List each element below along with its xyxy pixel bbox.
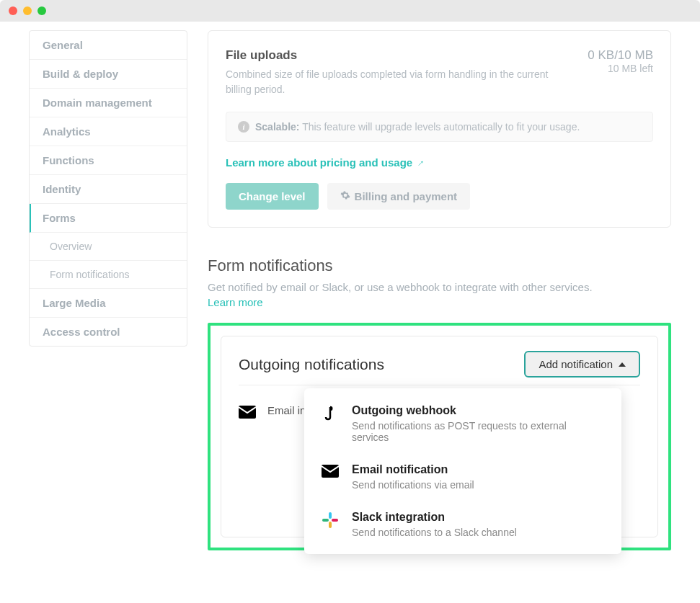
learn-pricing-link[interactable]: Learn more about pricing and usage → bbox=[226, 156, 425, 169]
dropdown-email-title: Email notification bbox=[352, 463, 474, 476]
highlight-box: Outgoing notifications Add notification … bbox=[208, 323, 671, 550]
sidebar-item-analytics[interactable]: Analytics bbox=[30, 117, 187, 146]
minimize-window-button[interactable] bbox=[23, 6, 32, 15]
sidebar-item-domain-management[interactable]: Domain management bbox=[30, 89, 187, 117]
file-uploads-desc: Combined size of file uploads completed … bbox=[226, 67, 557, 97]
chevron-up-icon bbox=[619, 362, 626, 367]
sidebar-item-build-deploy[interactable]: Build & deploy bbox=[30, 60, 187, 89]
info-icon: i bbox=[238, 121, 249, 133]
dropdown-slack-title: Slack integration bbox=[352, 511, 517, 524]
email-icon bbox=[322, 465, 339, 478]
sidebar: General Build & deploy Domain management… bbox=[0, 22, 187, 550]
dropdown-webhook-desc: Send notifications as POST requests to e… bbox=[352, 420, 604, 443]
gear-icon bbox=[340, 190, 350, 202]
form-notifications-title: Form notifications bbox=[208, 256, 671, 275]
sidebar-item-large-media[interactable]: Large Media bbox=[30, 289, 187, 318]
svg-rect-4 bbox=[329, 522, 332, 528]
outgoing-notifications-title: Outgoing notifications bbox=[239, 356, 384, 373]
dropdown-webhook-title: Outgoing webhook bbox=[352, 404, 604, 417]
sidebar-item-forms[interactable]: Forms bbox=[30, 204, 187, 233]
sidebar-item-general[interactable]: General bbox=[30, 31, 187, 60]
dropdown-item-webhook[interactable]: Outgoing webhook Send notifications as P… bbox=[304, 394, 621, 453]
close-window-button[interactable] bbox=[9, 6, 17, 15]
slack-icon bbox=[322, 512, 339, 528]
main-content: File uploads Combined size of file uploa… bbox=[187, 22, 700, 550]
outgoing-notifications-card: Outgoing notifications Add notification … bbox=[221, 336, 658, 537]
usage-sub: 10 MB left bbox=[588, 63, 653, 74]
dropdown-email-desc: Send notifications via email bbox=[352, 479, 474, 491]
sidebar-item-access-control[interactable]: Access control bbox=[30, 318, 187, 346]
file-uploads-title: File uploads bbox=[226, 48, 557, 63]
add-notification-dropdown: Outgoing webhook Send notifications as P… bbox=[304, 388, 621, 554]
dropdown-item-slack[interactable]: Slack integration Send notifications to … bbox=[304, 501, 621, 548]
sidebar-sub-form-notifications[interactable]: Form notifications bbox=[30, 261, 187, 289]
learn-pricing-text: Learn more about pricing and usage bbox=[226, 156, 412, 169]
scalable-desc: This feature will upgrade levels automat… bbox=[302, 121, 580, 133]
usage-stats: 0 KB/10 MB 10 MB left bbox=[588, 48, 653, 97]
dropdown-slack-desc: Send notifications to a Slack channel bbox=[352, 527, 517, 538]
add-notification-label: Add notification bbox=[539, 358, 613, 370]
sidebar-item-functions[interactable]: Functions bbox=[30, 146, 187, 175]
file-uploads-card: File uploads Combined size of file uploa… bbox=[208, 30, 671, 228]
add-notification-button[interactable]: Add notification bbox=[524, 351, 640, 378]
svg-rect-2 bbox=[329, 512, 332, 519]
scalable-label: Scalable: bbox=[255, 121, 299, 133]
dropdown-item-email[interactable]: Email notification Send notifications vi… bbox=[304, 453, 621, 501]
learn-more-link[interactable]: Learn more bbox=[208, 296, 263, 308]
window-chrome bbox=[0, 0, 700, 22]
external-link-icon: → bbox=[413, 155, 428, 170]
scalable-info-bar: i Scalable: This feature will upgrade le… bbox=[226, 112, 653, 142]
sidebar-sub-overview[interactable]: Overview bbox=[30, 233, 187, 261]
sidebar-subnav: Overview Form notifications bbox=[30, 233, 187, 289]
sidebar-nav: General Build & deploy Domain management… bbox=[29, 30, 187, 347]
svg-rect-3 bbox=[322, 519, 329, 522]
email-icon bbox=[239, 406, 256, 421]
billing-payment-label: Billing and payment bbox=[355, 190, 458, 202]
form-notifications-desc: Get notified by email or Slack, or use a… bbox=[208, 281, 671, 293]
usage-main: 0 KB/10 MB bbox=[588, 48, 653, 63]
change-level-button[interactable]: Change level bbox=[226, 183, 319, 210]
sidebar-item-identity[interactable]: Identity bbox=[30, 175, 187, 204]
billing-payment-button[interactable]: Billing and payment bbox=[327, 183, 471, 210]
maximize-window-button[interactable] bbox=[37, 6, 46, 15]
webhook-icon bbox=[322, 406, 339, 423]
svg-rect-5 bbox=[332, 519, 338, 522]
